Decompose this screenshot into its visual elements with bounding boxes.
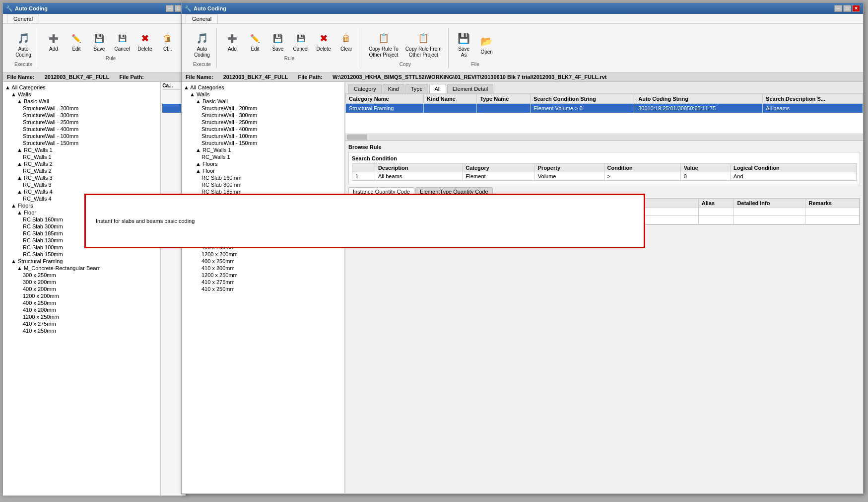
window1-tab-general[interactable]: General [7,14,39,23]
tree-item[interactable]: RC Slab 150mm [4,251,159,258]
tree-item[interactable]: 410 x 250mm [4,327,159,334]
tree-item[interactable]: 410 x 200mm [183,265,343,272]
sc-col-desc: Description [375,164,462,172]
tree-item[interactable]: RC_Walls 1 [4,153,159,160]
tree-item[interactable]: ▲ RC_Walls 2 [4,160,159,167]
tree-item[interactable]: StructureWall - 250mm [4,119,159,126]
tree-item[interactable]: 410 x 275mm [4,320,159,327]
col-auto-coding: Auto Coding String [635,94,763,104]
tree-item[interactable]: StructureWall - 300mm [183,112,343,119]
tree-item[interactable]: ▲ Basic Wall [183,98,343,105]
annotation-text: Instant for slabs and beams basic coding [96,218,195,224]
tree-item[interactable]: ▲ Basic Wall [4,98,159,105]
tree-item[interactable]: 400 x 200mm [4,286,159,292]
tree-item[interactable]: 410 x 250mm [183,286,343,292]
tree-item[interactable]: StructureWall - 100mm [183,133,343,140]
tree-item[interactable]: RC Slab 160mm [183,174,343,181]
cl-label: Cl... [163,46,172,52]
sc-col-num [352,164,375,172]
tree-item[interactable]: 1200 x 200mm [183,251,343,258]
window2-controls[interactable]: ─ □ ✕ [834,5,860,12]
tree-item[interactable]: ▲ M_Concrete-Rectangular Beam [4,265,159,272]
sc-col-value: Value [680,164,730,172]
horiz-scroll-bar[interactable] [345,134,863,141]
tree-item[interactable]: ▲ Floor [183,167,343,174]
window1-save-btn[interactable]: 💾 Save [89,29,110,54]
window2-delete-btn[interactable]: ✖ Delete [313,29,334,54]
window1-delete-btn[interactable]: ✖ Delete [134,29,155,54]
tree-item[interactable]: ▲ RC_Walls 1 [183,146,343,153]
tab-category[interactable]: Category [348,84,382,93]
tree-item[interactable]: 300 x 200mm [4,279,159,286]
tree-item[interactable]: StructureWall - 250mm [183,119,343,126]
window2-rule-label: Rule [284,56,295,61]
window2-open-btn[interactable]: 📂 Open [476,32,497,57]
window2-title: Auto Coding [194,5,226,11]
tree-item[interactable]: StructureWall - 100mm [4,133,159,140]
tree-item[interactable]: 1200 x 250mm [183,272,343,279]
tree-item[interactable]: StructureWall - 200mm [4,105,159,112]
cell-category-name: Structural Framing [346,104,424,113]
tree-item[interactable]: 1200 x 250mm [4,313,159,320]
tree-item[interactable]: 400 x 250mm [183,258,343,265]
tab-all[interactable]: All [429,84,446,93]
window1-cancel-btn[interactable]: 💾 Cancel [112,29,133,54]
window1-auto-coding-btn[interactable]: 🎵 AutoCoding [13,29,34,60]
window1-filebar: File Name: 2012003_BLK7_4F_FULL File Pat… [3,72,186,82]
tab-kind[interactable]: Kind [383,84,404,93]
window2-save-btn[interactable]: 💾 Save [267,29,288,54]
tree-item[interactable]: 400 x 250mm [4,299,159,306]
tree-item[interactable]: RC_Walls 2 [4,167,159,174]
window1-rule-label: Rule [106,56,116,61]
window1-minimize-btn[interactable]: ─ [166,5,174,12]
cancel-icon: 💾 [114,30,130,46]
tree-item[interactable]: StructureWall - 400mm [183,126,343,133]
window2-minimize-btn[interactable]: ─ [834,5,842,12]
tree-item[interactable]: ▲ All Categories [183,84,343,91]
tree-item[interactable]: ▲ Floors [183,160,343,167]
tree-item[interactable]: 300 x 250mm [4,272,159,279]
tree-item[interactable]: StructureWall - 200mm [183,105,343,112]
tree-item[interactable]: StructureWall - 150mm [4,140,159,146]
tree-item[interactable]: RC_Walls 3 [4,181,159,188]
tree-item[interactable]: 1200 x 200mm [4,292,159,299]
window2-copy-from-btn[interactable]: 📋 Copy Rule FromOther Project [403,29,444,60]
tree-item[interactable]: StructureWall - 400mm [4,126,159,133]
cl-icon: 🗑 [160,30,176,46]
tab-type[interactable]: Type [405,84,428,93]
window2-copy-label: Copy [400,62,411,67]
tree-item[interactable]: ▲ RC_Walls 1 [4,146,159,153]
tree-item[interactable]: ▲ Structural Framing [4,258,159,265]
tree-item[interactable]: ▲ All Categories [4,84,159,91]
window2-close-btn[interactable]: ✕ [852,5,860,12]
window2-delete-label: Delete [317,46,331,52]
window2-edit-btn[interactable]: ✏️ Edit [245,29,266,54]
tree-item[interactable]: RC_Walls 1 [183,153,343,160]
tree-item[interactable]: StructureWall - 150mm [183,140,343,146]
window2-clear-label: Clear [340,46,352,52]
horiz-scroll-thumb[interactable] [347,135,367,140]
window2-clear-btn[interactable]: 🗑 Clear [336,29,357,54]
tree-item[interactable]: ▲ Walls [183,91,343,98]
tree-item[interactable]: RC Slab 300mm [183,181,343,188]
window2-cancel-btn[interactable]: 💾 Cancel [290,29,311,54]
window2-add-btn[interactable]: ➕ Add [222,29,243,54]
window1-edit-btn[interactable]: ✏️ Edit [66,29,87,54]
table-row[interactable]: Structural Framing Element Volume > 0 30… [346,104,863,113]
window1-add-btn[interactable]: ➕ Add [43,29,64,54]
window2-tab-general[interactable]: General [186,14,218,23]
window2-auto-coding-btn[interactable]: 🎵 AutoCoding [192,29,212,60]
tree-item[interactable]: 410 x 200mm [4,306,159,313]
window2-copy-to-btn[interactable]: 📋 Copy Rule ToOther Project [366,29,401,60]
tree-item[interactable]: ▲ RC_Walls 3 [4,174,159,181]
window2-edit-icon: ✏️ [247,30,263,46]
window2-maximize-btn[interactable]: □ [843,5,851,12]
sc-row[interactable]: 1 All beams Element Volume > 0 And [352,172,857,181]
window1-cl-btn[interactable]: 🗑 Cl... [157,29,178,54]
tree-item[interactable]: ▲ Walls [4,91,159,98]
window2-tabbar: General [182,14,863,24]
tab-element-detail[interactable]: Element Detail [447,84,494,93]
tree-item[interactable]: 410 x 275mm [183,279,343,286]
tree-item[interactable]: StructureWall - 300mm [4,112,159,119]
window2-save-as-btn[interactable]: 💾 SaveAs [454,29,474,60]
